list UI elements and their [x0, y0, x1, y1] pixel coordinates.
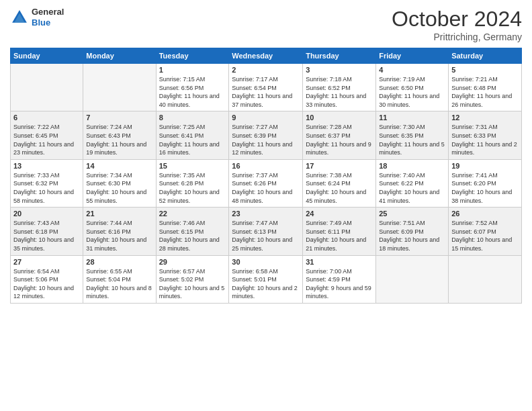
day-number: 20: [13, 210, 80, 218]
day-detail: Sunrise: 7:00 AM Sunset: 4:59 PM Dayligh…: [306, 267, 373, 301]
day-detail: Sunrise: 7:27 AM Sunset: 6:39 PM Dayligh…: [232, 123, 300, 156]
day-number: 11: [379, 113, 445, 122]
day-detail: Sunrise: 7:44 AM Sunset: 6:16 PM Dayligh…: [86, 219, 152, 253]
calendar-cell: [83, 64, 156, 111]
day-detail: Sunrise: 7:38 AM Sunset: 6:24 PM Dayligh…: [306, 171, 373, 205]
day-detail: Sunrise: 7:43 AM Sunset: 6:18 PM Dayligh…: [13, 219, 80, 253]
calendar-cell: 9Sunrise: 7:27 AM Sunset: 6:39 PM Daylig…: [229, 111, 303, 159]
calendar-cell: 13Sunrise: 7:33 AM Sunset: 6:32 PM Dayli…: [11, 159, 83, 207]
calendar-cell: 30Sunrise: 6:58 AM Sunset: 5:01 PM Dayli…: [229, 255, 303, 303]
calendar-cell: 18Sunrise: 7:40 AM Sunset: 6:22 PM Dayli…: [376, 159, 449, 207]
day-number: 9: [232, 113, 300, 122]
weekday-header: Tuesday: [156, 48, 229, 64]
calendar-cell: 21Sunrise: 7:44 AM Sunset: 6:16 PM Dayli…: [83, 208, 156, 255]
calendar-week-row: 27Sunrise: 6:54 AM Sunset: 5:06 PM Dayli…: [11, 255, 522, 303]
day-detail: Sunrise: 7:47 AM Sunset: 6:13 PM Dayligh…: [232, 219, 300, 253]
day-detail: Sunrise: 7:24 AM Sunset: 6:43 PM Dayligh…: [86, 123, 152, 156]
day-number: 17: [306, 162, 373, 170]
weekday-header: Saturday: [449, 48, 522, 64]
day-number: 15: [159, 162, 226, 170]
logo-general: General: [32, 7, 64, 17]
calendar-cell: 17Sunrise: 7:38 AM Sunset: 6:24 PM Dayli…: [303, 159, 376, 207]
day-number: 3: [306, 66, 373, 74]
logo: General Blue: [10, 7, 64, 28]
day-detail: Sunrise: 7:34 AM Sunset: 6:30 PM Dayligh…: [86, 171, 152, 205]
calendar-week-row: 6Sunrise: 7:22 AM Sunset: 6:45 PM Daylig…: [11, 111, 522, 159]
day-detail: Sunrise: 7:19 AM Sunset: 6:50 PM Dayligh…: [379, 75, 445, 109]
calendar-week-row: 1Sunrise: 7:15 AM Sunset: 6:56 PM Daylig…: [11, 64, 522, 111]
calendar-cell: 3Sunrise: 7:18 AM Sunset: 6:52 PM Daylig…: [303, 64, 376, 111]
logo-icon: [10, 8, 29, 27]
day-number: 1: [159, 66, 226, 74]
day-number: 24: [306, 210, 373, 218]
weekday-header: Wednesday: [229, 48, 303, 64]
calendar-cell: [376, 255, 449, 303]
day-detail: Sunrise: 6:54 AM Sunset: 5:06 PM Dayligh…: [13, 267, 80, 301]
day-detail: Sunrise: 7:49 AM Sunset: 6:11 PM Dayligh…: [306, 219, 373, 253]
calendar-week-row: 13Sunrise: 7:33 AM Sunset: 6:32 PM Dayli…: [11, 159, 522, 207]
day-number: 22: [159, 210, 226, 218]
day-number: 31: [306, 258, 373, 266]
calendar-cell: 23Sunrise: 7:47 AM Sunset: 6:13 PM Dayli…: [229, 208, 303, 255]
calendar-cell: 12Sunrise: 7:31 AM Sunset: 6:33 PM Dayli…: [449, 111, 522, 159]
header: General Blue October 2024 Prittriching, …: [10, 7, 522, 42]
day-number: 16: [232, 162, 300, 170]
calendar: SundayMondayTuesdayWednesdayThursdayFrid…: [10, 48, 522, 304]
calendar-cell: 25Sunrise: 7:51 AM Sunset: 6:09 PM Dayli…: [376, 208, 449, 255]
calendar-cell: 8Sunrise: 7:25 AM Sunset: 6:41 PM Daylig…: [156, 111, 229, 159]
day-detail: Sunrise: 7:30 AM Sunset: 6:35 PM Dayligh…: [379, 123, 445, 156]
day-detail: Sunrise: 7:46 AM Sunset: 6:15 PM Dayligh…: [159, 219, 226, 253]
day-number: 7: [86, 113, 152, 122]
calendar-cell: 7Sunrise: 7:24 AM Sunset: 6:43 PM Daylig…: [83, 111, 156, 159]
calendar-cell: 2Sunrise: 7:17 AM Sunset: 6:54 PM Daylig…: [229, 64, 303, 111]
day-number: 14: [86, 162, 152, 170]
calendar-cell: 28Sunrise: 6:55 AM Sunset: 5:04 PM Dayli…: [83, 255, 156, 303]
day-number: 19: [451, 162, 519, 170]
day-detail: Sunrise: 7:15 AM Sunset: 6:56 PM Dayligh…: [159, 75, 226, 109]
calendar-cell: 1Sunrise: 7:15 AM Sunset: 6:56 PM Daylig…: [156, 64, 229, 111]
logo-blue: Blue: [32, 17, 64, 28]
day-detail: Sunrise: 7:18 AM Sunset: 6:52 PM Dayligh…: [306, 75, 373, 109]
calendar-cell: 24Sunrise: 7:49 AM Sunset: 6:11 PM Dayli…: [303, 208, 376, 255]
calendar-cell: 31Sunrise: 7:00 AM Sunset: 4:59 PM Dayli…: [303, 255, 376, 303]
logo-text: General Blue: [32, 7, 64, 28]
day-detail: Sunrise: 7:21 AM Sunset: 6:48 PM Dayligh…: [451, 75, 519, 109]
day-number: 29: [159, 258, 226, 266]
day-detail: Sunrise: 6:55 AM Sunset: 5:04 PM Dayligh…: [86, 267, 152, 301]
day-detail: Sunrise: 7:25 AM Sunset: 6:41 PM Dayligh…: [159, 123, 226, 156]
calendar-cell: 4Sunrise: 7:19 AM Sunset: 6:50 PM Daylig…: [376, 64, 449, 111]
weekday-header-row: SundayMondayTuesdayWednesdayThursdayFrid…: [11, 48, 522, 64]
calendar-cell: 11Sunrise: 7:30 AM Sunset: 6:35 PM Dayli…: [376, 111, 449, 159]
day-detail: Sunrise: 7:37 AM Sunset: 6:26 PM Dayligh…: [232, 171, 300, 205]
day-number: 2: [232, 66, 300, 74]
day-number: 13: [13, 162, 80, 170]
day-detail: Sunrise: 7:40 AM Sunset: 6:22 PM Dayligh…: [379, 171, 445, 205]
day-number: 18: [379, 162, 445, 170]
calendar-cell: 29Sunrise: 6:57 AM Sunset: 5:02 PM Dayli…: [156, 255, 229, 303]
day-number: 5: [451, 66, 519, 74]
day-detail: Sunrise: 7:35 AM Sunset: 6:28 PM Dayligh…: [159, 171, 226, 205]
calendar-cell: [11, 64, 83, 111]
calendar-cell: 26Sunrise: 7:52 AM Sunset: 6:07 PM Dayli…: [449, 208, 522, 255]
calendar-cell: 10Sunrise: 7:28 AM Sunset: 6:37 PM Dayli…: [303, 111, 376, 159]
calendar-cell: 14Sunrise: 7:34 AM Sunset: 6:30 PM Dayli…: [83, 159, 156, 207]
day-number: 23: [232, 210, 300, 218]
title-block: October 2024 Prittriching, Germany: [392, 7, 522, 42]
day-detail: Sunrise: 7:31 AM Sunset: 6:33 PM Dayligh…: [451, 123, 519, 156]
calendar-cell: 22Sunrise: 7:46 AM Sunset: 6:15 PM Dayli…: [156, 208, 229, 255]
day-number: 10: [306, 113, 373, 122]
day-detail: Sunrise: 7:52 AM Sunset: 6:07 PM Dayligh…: [451, 219, 519, 253]
weekday-header: Monday: [83, 48, 156, 64]
calendar-cell: 15Sunrise: 7:35 AM Sunset: 6:28 PM Dayli…: [156, 159, 229, 207]
day-number: 27: [13, 258, 80, 266]
day-detail: Sunrise: 7:17 AM Sunset: 6:54 PM Dayligh…: [232, 75, 300, 109]
day-detail: Sunrise: 6:58 AM Sunset: 5:01 PM Dayligh…: [232, 267, 300, 301]
weekday-header: Sunday: [11, 48, 83, 64]
calendar-cell: [449, 255, 522, 303]
calendar-week-row: 20Sunrise: 7:43 AM Sunset: 6:18 PM Dayli…: [11, 208, 522, 255]
day-number: 6: [13, 113, 80, 122]
day-number: 26: [451, 210, 519, 218]
day-detail: Sunrise: 7:41 AM Sunset: 6:20 PM Dayligh…: [451, 171, 519, 205]
month-title: October 2024: [392, 7, 522, 32]
weekday-header: Thursday: [303, 48, 376, 64]
